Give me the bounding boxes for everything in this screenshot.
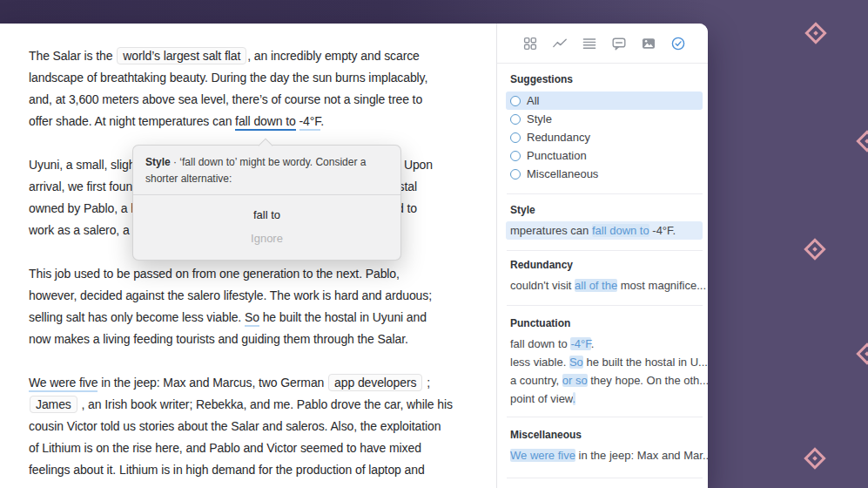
badge-check-icon[interactable] [670, 36, 686, 51]
suggestion-item[interactable]: fall down to -4°F. [497, 335, 708, 353]
suggestion-replacement-button[interactable]: fall to [133, 203, 400, 227]
tagged-phrase[interactable]: James [30, 396, 77, 413]
text-run: selling salt has only become less viable… [29, 310, 245, 324]
paragraph[interactable]: We were five in the jeep: Max and Marcus… [29, 372, 441, 481]
desktop-background: { "editor": { "paragraphs": [ {"lines": … [0, 0, 868, 488]
active-suggestion-underline[interactable]: fall down to [235, 114, 296, 131]
text-run: This job used to be passed on from one g… [29, 267, 400, 281]
text-run: now makes a living feeding tourists and … [29, 332, 408, 346]
filter-label: All [527, 94, 539, 107]
grid-icon[interactable] [522, 36, 538, 51]
revision-sidebar: Suggestions AllStyleRedundancyPunctuatio… [496, 24, 708, 488]
text-line-right-fragment: . Upon [397, 154, 433, 176]
list-icon[interactable] [582, 36, 597, 51]
paragraph[interactable]: The Salar is the world’s largest salt fl… [29, 45, 441, 132]
highlighted-phrase[interactable]: We were five [510, 449, 575, 462]
editor-pane[interactable]: The Salar is the world’s largest salt fl… [0, 24, 496, 488]
text-run: a country, [510, 374, 562, 387]
text-run: of Lithium is on the rise here, and Pabl… [29, 441, 421, 455]
section-items: fall down to -4°F.less viable. So he bui… [497, 335, 708, 408]
image-icon[interactable] [641, 36, 656, 51]
tagged-phrase[interactable]: app developers [328, 374, 422, 391]
radio-circle-icon [510, 114, 521, 125]
text-run: and, at 3,600 meters above sea level, th… [29, 92, 422, 106]
text-run: less viable. [510, 356, 569, 369]
suggestion-item[interactable]: We were five in the jeep: Max and Mar... [497, 446, 708, 464]
diamond-ornament [804, 238, 825, 260]
filter-all[interactable]: All [506, 92, 703, 110]
diamond-ornament [856, 342, 868, 364]
suggestion-item[interactable]: couldn't visit all of the most magnifice… [497, 276, 708, 295]
section-title: Punctuation [497, 316, 708, 330]
text-run: in the jeep: Max and Marcus, two German [98, 376, 327, 390]
filter-label: Punctuation [527, 149, 587, 162]
text-run: arrival, we first foun [29, 180, 132, 193]
popover-message: Style · ‘fall down to’ might be wordy. C… [133, 146, 400, 195]
text-run: Uyuni, a small, sligh [29, 158, 135, 172]
text-line: offer shade. At night temperatures can f… [29, 111, 441, 132]
menu-bar-strip [0, 0, 708, 24]
trend-icon[interactable] [552, 36, 568, 51]
suggestion-underline[interactable]: -4°F [299, 114, 321, 131]
suggestion-item[interactable]: less viable. So he built the hostal in U… [497, 353, 708, 371]
text-line: of Lithium is on the rise here, and Pabl… [29, 437, 441, 459]
text-run: landscape of breathtaking beauty. During… [29, 71, 427, 85]
suggestion-item[interactable]: point of view. [497, 390, 708, 408]
ignore-button[interactable]: Ignore [133, 227, 400, 250]
text-run: in the jeep: Max and Mar... [575, 449, 708, 462]
popover-actions: fall to Ignore [133, 195, 400, 260]
section-title: Style [497, 203, 708, 217]
text-run: work as a salero, a s [29, 223, 138, 237]
filter-label: Style [527, 112, 552, 125]
text-line: now makes a living feeding tourists and … [29, 329, 441, 350]
suggestion-filters: AllStyleRedundancyPunctuationMiscellaneo… [497, 92, 708, 183]
highlighted-phrase[interactable]: -4°F [570, 337, 590, 350]
text-run: most magnifice... [617, 279, 706, 292]
text-line: cousin Victor told us stories about the … [29, 416, 441, 437]
diamond-ornament [804, 22, 826, 44]
filter-miscellaneous[interactable]: Miscellaneous [497, 165, 708, 183]
section-items: We were five in the jeep: Max and Mar... [497, 446, 708, 464]
highlighted-phrase[interactable]: So [569, 356, 583, 369]
text-line: This job used to be passed on from one g… [29, 263, 441, 285]
radio-circle-icon [510, 151, 521, 161]
filter-punctuation[interactable]: Punctuation [497, 146, 708, 165]
highlighted-phrase[interactable]: . [573, 392, 576, 405]
text-line: James , an Irish book writer; Rebekka, a… [29, 394, 441, 416]
highlighted-phrase[interactable]: fall down to [592, 224, 649, 237]
section-divider [507, 417, 703, 417]
section-miscellaneous: MiscellaneousWe were five in the jeep: M… [497, 428, 708, 464]
text-run: . Upon [397, 158, 433, 172]
suggestions-filter-section: Suggestions AllStyleRedundancyPunctuatio… [497, 72, 708, 183]
filter-style[interactable]: Style [497, 110, 708, 128]
section-style: Stylemperatures can fall down to -4°F. [497, 203, 708, 240]
text-run: point of view [510, 392, 573, 405]
highlighted-phrase[interactable]: or so [562, 374, 588, 387]
text-run: they hope. On the oth... [588, 374, 708, 387]
radio-circle-icon [510, 169, 521, 180]
text-run: he built the hostal in Uyuni and [259, 310, 427, 324]
section-divider [507, 478, 703, 478]
tagged-phrase[interactable]: world’s largest salt flat [117, 47, 246, 64]
text-line: selling salt has only become less viable… [29, 307, 441, 329]
section-divider [507, 305, 703, 306]
text-run [296, 114, 299, 128]
suggestion-underline[interactable]: So [245, 310, 259, 327]
text-line: We were five in the jeep: Max and Marcus… [29, 372, 441, 394]
text-run: -4°F. [649, 224, 676, 237]
filter-label: Redundancy [527, 131, 590, 144]
filter-redundancy[interactable]: Redundancy [497, 128, 708, 146]
suggestion-underline[interactable]: We were five [29, 376, 98, 392]
text-run: couldn't visit [510, 279, 575, 292]
text-run: . [320, 114, 324, 128]
suggestion-item[interactable]: mperatures can fall down to -4°F. [506, 221, 703, 240]
text-run: , an incredibly empty and scarce [247, 49, 420, 63]
paragraph[interactable]: This job used to be passed on from one g… [29, 263, 441, 350]
highlighted-phrase[interactable]: all of the [575, 279, 617, 292]
comment-icon[interactable] [611, 36, 627, 51]
suggestion-item[interactable]: a country, or so they hope. On the oth..… [497, 371, 708, 390]
filter-label: Miscellaneous [527, 167, 598, 180]
text-run: ; [423, 376, 430, 390]
popover-message-text: ‘fall down to’ might be wordy. Consider … [145, 156, 366, 185]
section-title: Miscellaneous [497, 428, 708, 442]
